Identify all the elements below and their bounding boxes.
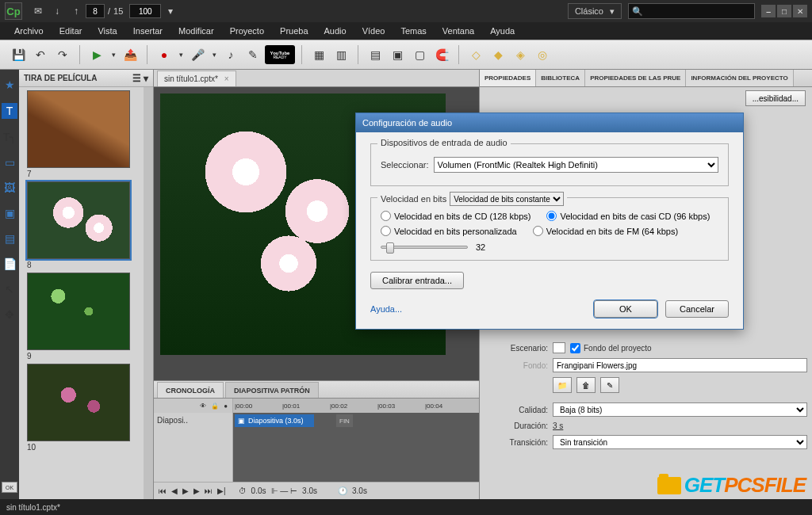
slides-tool[interactable]: 📄 bbox=[2, 257, 17, 271]
minimize-button[interactable]: ‒ bbox=[761, 5, 776, 17]
preview-button[interactable]: ▶ bbox=[86, 44, 107, 65]
cancel-button[interactable]: Cancelar bbox=[665, 300, 729, 318]
download-icon[interactable]: ↓ bbox=[50, 4, 64, 18]
snap-button[interactable]: 🧲 bbox=[431, 44, 452, 65]
mic-button[interactable]: 🎤 bbox=[187, 44, 208, 65]
layout2-button[interactable]: ▢ bbox=[409, 44, 430, 65]
layer2-button[interactable]: ◆ bbox=[488, 44, 508, 65]
menu-project[interactable]: Proyecto bbox=[222, 26, 272, 36]
record-button[interactable]: ● bbox=[154, 44, 174, 65]
image-tool[interactable]: 🖼 bbox=[2, 181, 17, 195]
text-entry-tool[interactable]: T╮ bbox=[2, 130, 17, 144]
rewind-button[interactable]: ⏮ bbox=[159, 486, 167, 495]
slide-thumb-8[interactable]: 8 bbox=[27, 181, 136, 269]
audio-button[interactable]: ♪ bbox=[220, 44, 241, 65]
upload-icon[interactable]: ↑ bbox=[69, 4, 83, 18]
page-current-input[interactable] bbox=[86, 4, 105, 18]
slide-thumb-10[interactable]: 10 bbox=[27, 364, 136, 452]
menu-themes[interactable]: Temas bbox=[393, 26, 434, 36]
next-button[interactable]: ▶ bbox=[193, 486, 200, 495]
tab-propiedades[interactable]: PROPIEDADES bbox=[480, 70, 536, 86]
end-button[interactable]: ⏭ bbox=[205, 486, 213, 495]
transicion-select[interactable]: Sin transición bbox=[553, 435, 807, 449]
device-select[interactable]: Volumen (FrontMic (Realtek High Definiti… bbox=[434, 157, 718, 173]
radio-custom[interactable]: Velocidad en bits personalizada bbox=[381, 226, 517, 236]
widget-tool[interactable]: ▤ bbox=[2, 231, 17, 246]
last-button[interactable]: ▶| bbox=[217, 486, 226, 495]
move-tool[interactable]: ✥ bbox=[2, 307, 17, 322]
menu-modify[interactable]: Modificar bbox=[170, 26, 222, 36]
filmstrip-scrollbar[interactable] bbox=[144, 87, 153, 499]
filmstrip-menu-icon[interactable]: ☰ ▾ bbox=[132, 73, 148, 84]
dialog-title-bar[interactable]: Configuración de audio bbox=[356, 113, 743, 132]
help-link[interactable]: Ayuda... bbox=[370, 304, 402, 314]
layer4-button[interactable]: ◎ bbox=[532, 44, 553, 65]
radio-fm[interactable]: Velocidad en bits de FM (64 kbps) bbox=[533, 226, 678, 236]
menu-edit[interactable]: Editar bbox=[52, 26, 90, 36]
calibrate-button[interactable]: Calibrar entrada... bbox=[370, 272, 464, 289]
layout1-button[interactable]: ▣ bbox=[387, 44, 408, 65]
menu-video[interactable]: Vídeo bbox=[354, 26, 393, 36]
edit-button[interactable]: ✎ bbox=[600, 377, 619, 393]
box-tool[interactable]: ▣ bbox=[2, 206, 17, 220]
preview-caret-icon[interactable]: ▾ bbox=[109, 44, 118, 65]
ok-button[interactable]: OK bbox=[594, 300, 657, 318]
grid-button[interactable]: ▤ bbox=[365, 44, 385, 65]
slides-button[interactable]: ▦ bbox=[308, 44, 329, 65]
browse-button[interactable]: 📁 bbox=[553, 377, 572, 393]
maximize-button[interactable]: □ bbox=[777, 5, 791, 17]
dot-icon[interactable]: ● bbox=[224, 402, 228, 410]
slide-thumb-9[interactable]: 9 bbox=[27, 273, 136, 360]
record-caret-icon[interactable]: ▾ bbox=[176, 44, 186, 65]
caption-button[interactable]: ✎ bbox=[243, 44, 263, 65]
star-tool[interactable]: ★ bbox=[2, 78, 17, 92]
document-tab[interactable]: sin título1.cptx* × bbox=[157, 71, 236, 86]
bitrate-slider[interactable] bbox=[381, 246, 468, 249]
ok-tool-button[interactable]: OK bbox=[2, 482, 17, 493]
duracion-value[interactable]: 3 s bbox=[553, 422, 807, 430]
workspace-switcher[interactable]: Clásico ▾ bbox=[568, 3, 622, 19]
text-tool[interactable]: T bbox=[2, 103, 17, 119]
radio-cd[interactable]: Velocidad en bits de CD (128 kbps) bbox=[381, 211, 530, 221]
undo-button[interactable]: ↶ bbox=[30, 44, 51, 65]
menu-view[interactable]: Vista bbox=[90, 26, 124, 36]
tab-info-proyecto[interactable]: INFORMACIÓN DEL PROYECTO bbox=[686, 70, 793, 86]
tab-diapositiva-patron[interactable]: DIAPOSITIVA PATRÓN bbox=[225, 382, 319, 398]
bitrate-mode-select[interactable]: Velocidad de bits constante bbox=[450, 192, 564, 206]
fondo-proyecto-checkbox[interactable] bbox=[570, 343, 580, 353]
escenario-swatch[interactable] bbox=[553, 342, 565, 353]
lock-icon[interactable]: 🔒 bbox=[211, 402, 219, 410]
redo-button[interactable]: ↷ bbox=[52, 44, 73, 65]
play-button[interactable]: ▶ bbox=[182, 486, 189, 495]
search-input[interactable]: 🔍 bbox=[628, 3, 755, 19]
arrow-tool[interactable]: ↖ bbox=[2, 282, 17, 296]
eye-icon[interactable]: 👁 bbox=[200, 402, 206, 410]
mic-caret-icon[interactable]: ▾ bbox=[209, 44, 219, 65]
prev-button[interactable]: ◀ bbox=[171, 486, 178, 495]
tab-propiedades-prueba[interactable]: PROPIEDADES DE LAS PRUE bbox=[585, 70, 686, 86]
accessibility-button[interactable]: ...esibilidad... bbox=[745, 90, 806, 106]
tab-cronologia[interactable]: CRONOLOGÍA bbox=[157, 382, 224, 398]
zoom-input[interactable] bbox=[129, 4, 161, 18]
mail-icon[interactable]: ✉ bbox=[31, 4, 45, 18]
menu-insert[interactable]: Insertar bbox=[125, 26, 170, 36]
shape-tool[interactable]: ▭ bbox=[2, 155, 17, 170]
youtube-button[interactable]: YouTube READY bbox=[265, 45, 295, 64]
tab-biblioteca[interactable]: BIBLIOTECA bbox=[536, 70, 585, 86]
close-button[interactable]: ✕ bbox=[793, 5, 807, 17]
calidad-select[interactable]: Baja (8 bits) bbox=[553, 402, 807, 417]
layer1-button[interactable]: ◇ bbox=[465, 44, 486, 65]
track-label[interactable]: Diaposi.. bbox=[154, 413, 233, 482]
menu-quiz[interactable]: Prueba bbox=[272, 26, 316, 36]
layer3-button[interactable]: ◈ bbox=[510, 44, 530, 65]
timeline-ruler[interactable]: |00:00 |00:01 |00:02 |00:03 |00:04 bbox=[233, 399, 479, 413]
slide-thumb-7[interactable]: 7 bbox=[27, 90, 136, 178]
save-button[interactable]: 💾 bbox=[8, 44, 29, 65]
copies-button[interactable]: ▥ bbox=[331, 44, 351, 65]
timeline-tracks[interactable]: ▣ Diapositiva (3.0s) FIN bbox=[233, 413, 479, 482]
menu-help[interactable]: Ayuda bbox=[482, 26, 523, 36]
delete-button[interactable]: 🗑 bbox=[576, 377, 596, 393]
tab-close-icon[interactable]: × bbox=[224, 74, 229, 83]
timeline-clip[interactable]: ▣ Diapositiva (3.0s) bbox=[235, 414, 314, 427]
menu-audio[interactable]: Audio bbox=[316, 26, 354, 36]
